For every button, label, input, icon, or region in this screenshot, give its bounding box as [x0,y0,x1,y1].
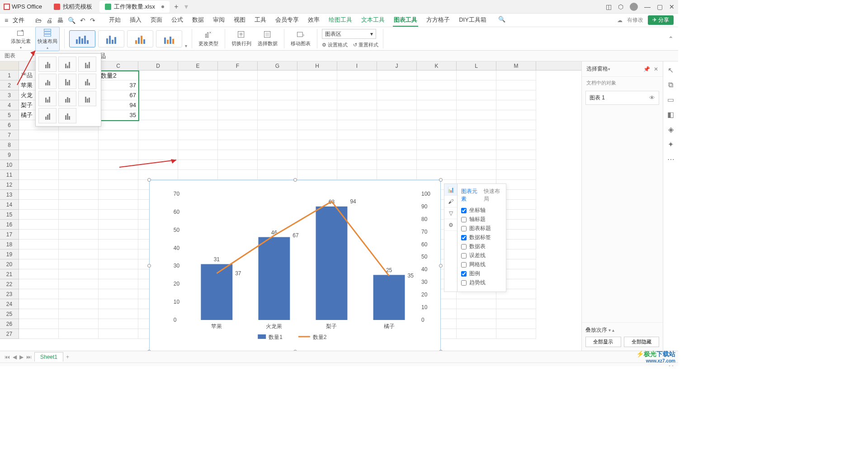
chart-object[interactable]: 0102030405060700102030405060708090100 31… [149,180,441,351]
cell[interactable] [496,319,536,329]
col-header[interactable]: H [297,61,337,70]
sidetool-icon[interactable]: ◈ [668,125,674,134]
sheet-nav-first[interactable]: ⏮ [5,354,10,360]
cell[interactable] [59,259,99,269]
cell[interactable] [377,170,417,180]
cell[interactable] [297,100,337,110]
zoom-out-button[interactable]: − [598,365,601,367]
cell[interactable] [59,220,99,230]
print-icon[interactable]: 🖶 [57,17,63,24]
file-menu[interactable]: 文件 [13,16,24,24]
cell[interactable] [457,309,496,319]
tab-drawing[interactable]: 绘图工具 [328,14,353,27]
grid-icon[interactable]: ▦ [560,365,565,367]
cell[interactable] [457,150,496,160]
cell[interactable] [19,240,59,249]
cell[interactable] [59,170,99,180]
layout-thumb[interactable] [38,108,57,123]
visibility-icon[interactable]: 👁 [649,94,655,101]
layout-thumb[interactable] [58,91,76,106]
cell[interactable] [417,150,457,160]
sidetool-icon[interactable]: ⧉ [668,81,673,89]
cell[interactable] [377,70,417,80]
row-header[interactable]: 9 [0,150,19,160]
add-tab-button[interactable]: + [171,2,181,12]
cell[interactable] [297,170,337,180]
col-header[interactable]: E [178,61,218,70]
row-header[interactable]: 17 [0,230,19,240]
row-header[interactable]: 24 [0,299,19,309]
cell[interactable] [178,110,218,120]
cell[interactable] [377,130,417,140]
chart-style-3[interactable] [127,30,153,47]
sidetool-icon[interactable]: ✦ [668,140,674,149]
cell[interactable] [258,130,297,140]
cell[interactable] [218,110,258,120]
cell[interactable]: 67 [99,90,138,100]
close-button[interactable]: ✕ [669,3,675,10]
chart-style-2[interactable] [98,30,124,47]
cell[interactable] [457,70,496,80]
sheet-nav-last[interactable]: ⏭ [26,354,32,360]
cell[interactable] [258,170,297,180]
col-header[interactable]: G [258,61,297,70]
avatar[interactable] [630,3,638,11]
cell[interactable] [99,230,138,240]
cell[interactable] [59,319,99,329]
panel-tab-chart-icon[interactable]: 📊 [444,184,457,196]
cell[interactable] [19,269,59,279]
cell[interactable] [496,90,536,100]
row-header[interactable]: 19 [0,249,19,259]
row-header[interactable]: 3 [0,90,19,100]
cell[interactable] [59,279,99,289]
resize-handle[interactable] [147,178,151,182]
tab-review[interactable]: 审阅 [212,14,226,27]
cell[interactable] [337,90,377,100]
cell[interactable] [138,140,178,150]
row-header[interactable]: 27 [0,329,19,339]
col-header[interactable]: L [457,61,496,70]
cell[interactable] [417,140,457,150]
cell[interactable] [258,120,297,130]
row-header[interactable]: 16 [0,220,19,230]
cell[interactable] [19,259,59,269]
cell[interactable] [297,80,337,90]
layout-thumb[interactable] [78,56,96,72]
cell[interactable] [19,230,59,240]
preview-icon[interactable]: 🔍 [68,17,75,24]
cell[interactable] [59,160,99,170]
col-header[interactable]: M [496,61,536,70]
cell[interactable] [496,329,536,339]
row-header[interactable]: 7 [0,130,19,140]
cell[interactable] [99,240,138,249]
cell[interactable] [297,160,337,170]
zoom-value[interactable]: 160% [650,365,664,367]
cell[interactable] [496,299,536,309]
chart-area-select[interactable]: 图表区▾ [322,29,376,39]
cell[interactable] [138,120,178,130]
cell[interactable] [457,80,496,90]
cell[interactable] [258,80,297,90]
pane-object-item[interactable]: 图表 1 👁 [585,91,659,105]
cell[interactable] [19,309,59,319]
chart-element-option[interactable]: 轴标题 [461,216,502,223]
close-pane-icon[interactable]: ✕ [654,66,658,72]
cell[interactable] [337,80,377,90]
cell[interactable] [99,180,138,190]
panel-tab-elements[interactable]: 图表元素 [461,188,480,203]
search-icon[interactable]: 🔍 [497,14,506,27]
cell[interactable] [337,70,377,80]
cell[interactable] [19,150,59,160]
cloud-icon[interactable]: ☁ [617,17,623,24]
cell[interactable] [99,210,138,220]
cell[interactable] [457,319,496,329]
cell[interactable] [337,120,377,130]
resize-handle[interactable] [293,178,297,182]
cell[interactable] [59,180,99,190]
cell[interactable] [457,299,496,309]
col-header[interactable]: J [377,61,417,70]
cell[interactable] [99,309,138,319]
row-header[interactable]: 20 [0,259,19,269]
cell[interactable] [99,289,138,299]
move-chart-button[interactable]: 移动图表 [289,29,312,48]
